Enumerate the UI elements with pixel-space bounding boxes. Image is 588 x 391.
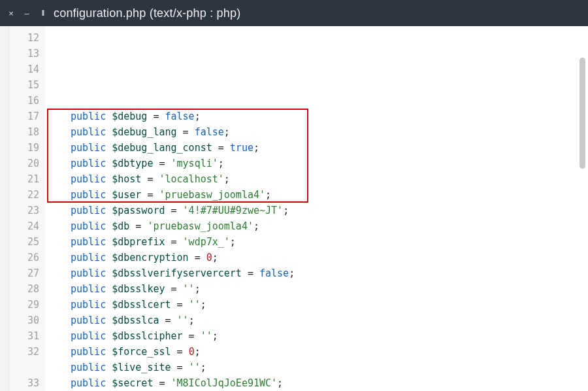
line-number: 26 — [9, 250, 46, 265]
code-line[interactable]: public $dbencryption = 0; — [52, 250, 588, 265]
line-number: 14 — [9, 61, 46, 77]
line-number: 31 — [9, 328, 46, 344]
token-kw: public — [71, 250, 106, 265]
line-number: 29 — [9, 297, 46, 313]
token-op: ; — [289, 265, 295, 281]
code-line[interactable]: public $dbsslca = ''; — [52, 313, 588, 328]
token-kw: public — [71, 171, 106, 187]
token-op — [106, 344, 112, 360]
token-kw: true — [230, 140, 253, 156]
token-op: ; — [265, 187, 271, 203]
line-number-gutter: 1213141516171819202122232425262728293031… — [9, 26, 46, 391]
token-str: 'localhost' — [159, 171, 223, 187]
token-op — [106, 234, 112, 250]
line-number: 17 — [9, 109, 46, 124]
token-str: 'pruebasw_joomla4' — [159, 187, 265, 203]
code-line[interactable]: public $host = 'localhost'; — [52, 171, 588, 187]
token-op — [106, 297, 112, 313]
code-line[interactable]: public $live_site = ''; — [52, 360, 588, 375]
code-line[interactable]: public $dbtype = 'mysqli'; — [52, 156, 588, 171]
token-var: $debug_lang — [112, 124, 176, 140]
token-op: = — [129, 218, 147, 234]
code-line[interactable]: public $dbsslcert = ''; — [52, 297, 588, 313]
token-op: = — [171, 360, 189, 375]
token-num: 0 — [206, 250, 212, 265]
code-line[interactable]: public $debug = false; — [52, 109, 588, 124]
token-op — [106, 375, 112, 391]
token-str: '' — [201, 328, 212, 344]
code-line[interactable]: public $debug_lang = false; — [52, 124, 588, 140]
token-op: = — [212, 140, 230, 156]
token-op: ; — [230, 234, 236, 250]
token-op: = — [189, 250, 206, 265]
line-number: 13 — [9, 46, 46, 61]
token-op — [106, 156, 112, 171]
line-number: 15 — [9, 77, 46, 93]
token-var: $user — [112, 187, 141, 203]
line-number: 23 — [9, 203, 46, 218]
code-line[interactable]: public $dbsslkey = ''; — [52, 281, 588, 297]
token-op: ; — [195, 344, 201, 360]
token-kw: public — [71, 360, 106, 375]
token-kw: public — [71, 187, 106, 203]
code-line[interactable]: public $password = '4!#7#UU#9zwe~JT'; — [52, 203, 588, 218]
code-line[interactable]: public $dbsslverifyservercert = false; — [52, 265, 588, 281]
token-op — [106, 203, 112, 218]
token-var: $live_site — [112, 360, 171, 375]
token-op: = — [183, 328, 201, 344]
token-op: ; — [212, 250, 218, 265]
code-line[interactable]: public $force_ssl = 0; — [52, 344, 588, 360]
token-op — [106, 124, 112, 140]
code-line[interactable]: public $debug_lang_const = true; — [52, 140, 588, 156]
token-kw: public — [71, 234, 106, 250]
code-line[interactable]: public $db = 'pruebasw_joomla4'; — [52, 218, 588, 234]
token-kw: public — [71, 140, 106, 156]
code-line[interactable]: public $secret = 'M8IColJqJoEe91WC'; — [52, 375, 588, 391]
token-op: = — [165, 203, 183, 218]
token-op — [106, 109, 112, 124]
code-line[interactable]: public $user = 'pruebasw_joomla4'; — [52, 187, 588, 203]
token-str: '' — [189, 297, 201, 313]
token-var: $force_ssl — [112, 344, 171, 360]
token-kw: false — [259, 265, 289, 281]
token-var: $dbsslcert — [112, 297, 171, 313]
code-content[interactable]: public $debug = false;public $debug_lang… — [46, 26, 588, 391]
fold-margin[interactable] — [0, 26, 9, 391]
token-str: '' — [189, 360, 201, 375]
editor-window: × – ፧፧ configuration.php (text/x-php : p… — [0, 0, 588, 391]
minimize-icon[interactable]: – — [22, 8, 31, 18]
token-kw: public — [71, 375, 106, 391]
line-number — [9, 360, 46, 375]
line-number: 19 — [9, 140, 46, 156]
token-var: $dbsslcipher — [112, 328, 182, 344]
token-var: $dbprefix — [112, 234, 165, 250]
token-var: $dbtype — [112, 156, 153, 171]
scrollbar-thumb[interactable] — [580, 58, 585, 169]
token-op: = — [171, 344, 189, 360]
code-line[interactable]: public $dbprefix = 'wdp7x_'; — [52, 234, 588, 250]
code-line[interactable]: public $dbsslcipher = ''; — [52, 328, 588, 344]
token-var: $dbsslkey — [112, 281, 165, 297]
token-op: = — [159, 313, 176, 328]
token-kw: public — [71, 328, 106, 344]
token-kw: public — [71, 297, 106, 313]
line-number: 24 — [9, 218, 46, 234]
token-kw: public — [71, 203, 106, 218]
line-number: 20 — [9, 156, 46, 171]
drag-handle-icon[interactable]: ፧፧ — [38, 8, 47, 18]
close-icon[interactable]: × — [7, 8, 16, 18]
token-var: $debug — [112, 109, 147, 124]
editor-area[interactable]: 1213141516171819202122232425262728293031… — [0, 26, 588, 391]
line-number: 12 — [9, 30, 46, 46]
token-op — [106, 328, 112, 344]
window-title: configuration.php (text/x-php : php) — [54, 7, 240, 20]
token-op: ; — [195, 281, 201, 297]
token-op: = — [147, 109, 165, 124]
token-var: $db — [112, 218, 129, 234]
token-kw: public — [71, 109, 106, 124]
token-kw: false — [165, 109, 195, 124]
token-op: ; — [224, 124, 230, 140]
token-op — [106, 265, 112, 281]
token-var: $debug_lang_const — [112, 140, 212, 156]
token-op: = — [165, 234, 183, 250]
